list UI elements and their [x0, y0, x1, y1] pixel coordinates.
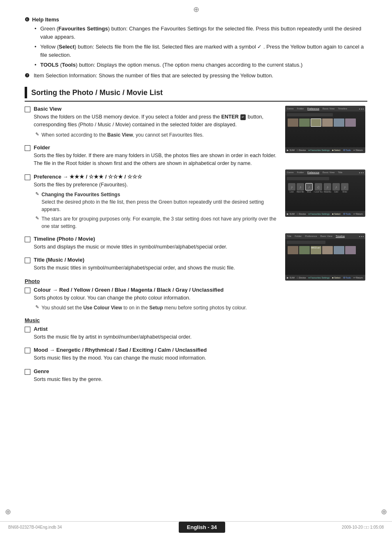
- item-genre: Genre Sorts music files by the genre.: [25, 368, 277, 383]
- ss-music-icon-1: ♪: [288, 183, 295, 190]
- colour-note-text: You should set the Use Colour View to on…: [42, 304, 247, 311]
- screenshots-column: Genre Folder Preference Basic View Timel…: [285, 106, 367, 389]
- ss-tab3-basic: Basic View: [321, 235, 332, 237]
- preference-desc: Sorts the files by preference (Favourite…: [34, 181, 277, 189]
- ss3-btn-fav: ● Favourites Settings: [308, 276, 330, 279]
- help-item7-text: Item Selection Information: Shows the nu…: [34, 72, 273, 80]
- ss-tl-photo-4: [334, 246, 344, 254]
- genre-title: Genre: [34, 368, 277, 374]
- heading-bar: [25, 87, 27, 98]
- screenshot-timeline: Title Folder Preference Basic View Timel…: [285, 233, 365, 281]
- title-music-content: Title (Music / Movie) Sorts the music ti…: [34, 257, 277, 272]
- checkbox-basic-view: [25, 107, 30, 112]
- genre-desc: Sorts music files by the genre.: [34, 376, 277, 383]
- preference-content: Preference → ★★★ / ☆★★ / ☆☆★ / ☆☆☆ Sorts…: [34, 174, 277, 230]
- ss-photo-3: [322, 118, 333, 127]
- basic-view-note: ✎ When sorted according to the Basic Vie…: [35, 131, 277, 139]
- timeline-content: Timeline (Photo / Movie) Sorts and displ…: [34, 236, 277, 251]
- ss3-btn-device: □ Device: [297, 276, 306, 279]
- ss3-btn-return: ↩ Return: [353, 276, 363, 279]
- ss-tl-photo-1: [288, 246, 298, 254]
- ss-topbar-1: Genre Folder Preference Basic View Timel…: [285, 106, 365, 111]
- ss-music-grid: ♪ Love ♪ Mark Me ♪ Wow: [287, 182, 364, 194]
- colour-desc: Sorts photos by colour. You can change t…: [34, 294, 277, 302]
- basic-view-note-text: When sorted according to the Basic View,…: [42, 131, 204, 139]
- checkbox-mood: [25, 348, 30, 353]
- ss-btn-fav: ● Favourites Settings: [308, 149, 330, 151]
- ss3-btn-tools: ⚙ Tools: [343, 276, 351, 279]
- ss-music-icon-5: ♪: [324, 183, 331, 190]
- ss-photo-1: [288, 118, 298, 127]
- music-heading: Music: [25, 317, 277, 323]
- ss-tl-photo-selected: ABCD.avi: [311, 246, 321, 254]
- basic-view-title: Basic View: [34, 106, 277, 112]
- bullet-favourites: Green (Favourites Settings) button: Chan…: [35, 25, 367, 41]
- ss-tl-photo-3: [322, 246, 333, 254]
- ss-photo-grid: [287, 118, 364, 128]
- item-colour: Colour → Red / Yellow / Green / Blue / M…: [25, 287, 277, 311]
- ss-tab3-pref: Preference: [305, 235, 317, 237]
- ss-music-label-6: Gold: [334, 191, 338, 193]
- artist-title: Artist: [34, 326, 277, 332]
- title-music-title: Title (Music / Movie): [34, 257, 277, 263]
- ss-photo-5: [345, 118, 356, 127]
- ss-topbar-3: Title Folder Preference Basic View Timel…: [285, 233, 365, 239]
- checkbox-colour: [25, 288, 30, 293]
- folder-desc: Sorts the files by folder. If there are …: [34, 152, 277, 168]
- ss3-btn-sum: ▶ SUM: [287, 276, 295, 279]
- preference-note1: ✎ Changing the Favourites Settings Selec…: [35, 191, 277, 213]
- ss-music-4: ♫ I Love You: [314, 183, 323, 193]
- ss-photo-selected: [311, 118, 321, 127]
- ss-btn-return: ↩ Return: [353, 149, 363, 151]
- section-title: Sorting the Photo / Music / Movie List: [31, 88, 163, 97]
- ss-music-3: ♪ Wow: [305, 183, 313, 193]
- help-item7-num: ❼: [25, 72, 31, 80]
- ss-bottombar-3: ▶ SUM □ Device ● Favourites Settings ■ S…: [285, 275, 365, 281]
- ss-music-icon-7: ♪: [341, 183, 348, 190]
- note-icon: ✎: [35, 132, 39, 137]
- timeline-desc: Sorts and displays the music or movie ti…: [34, 243, 277, 251]
- ss-content-2: ♪ Love ♪ Mark Me ♪ Wow: [285, 175, 365, 211]
- genre-content: Genre Sorts music files by the genre.: [34, 368, 277, 383]
- item-title-music: Title (Music / Movie) Sorts the music ti…: [25, 257, 277, 272]
- ss-tab2-title: Title: [338, 171, 342, 174]
- bullet-tools: TOOLS (Tools) button: Displays the optio…: [35, 61, 367, 69]
- ss-music-label-7: Shine: [342, 191, 347, 193]
- ss-tab2-basic: Basic View: [323, 171, 334, 174]
- ss-dots-1: • • •: [359, 107, 364, 110]
- help-item7: ❼ Item Selection Information: Shows the …: [25, 72, 367, 80]
- note-icon-colour: ✎: [35, 304, 39, 310]
- ss-music-label-2: Mark Me: [297, 191, 304, 193]
- screenshot-preference: Genre Folder Preference Basic View Title…: [285, 169, 365, 217]
- page-wrapper: ⊕ ❻ Help Items Green (Favourites Setting…: [0, 0, 392, 541]
- ss-tab-genre: Genre: [287, 107, 294, 110]
- ss2-btn-sum: ▶ SUM: [287, 213, 295, 215]
- photo-heading: Photo: [25, 278, 277, 284]
- ss-tab-folder: Folder: [297, 107, 304, 110]
- ss-tab2-folder: Folder: [297, 171, 304, 174]
- ss-btn-tools: ⚙ Tools: [343, 149, 351, 151]
- item-preference: Preference → ★★★ / ☆★★ / ☆☆★ / ☆☆☆ Sorts…: [25, 174, 277, 230]
- ss-tab-pref: Preference: [307, 107, 319, 110]
- ss-tab-timeline: Timeline: [338, 107, 347, 110]
- colour-content: Colour → Red / Yellow / Green / Blue / M…: [34, 287, 277, 311]
- mood-content: Mood → Energetic / Rhythmical / Sad / Ex…: [34, 347, 277, 362]
- ss-music-icon-3: ♪: [305, 183, 313, 190]
- colour-note: ✎ You should set the Use Colour View to …: [35, 304, 277, 311]
- ss-photo-4: [334, 118, 344, 127]
- preference-title: Preference → ★★★ / ☆★★ / ☆☆★ / ☆☆☆: [34, 174, 277, 180]
- checkbox-artist: [25, 327, 30, 332]
- ss-tab3-timeline: Timeline: [336, 235, 345, 238]
- ss-music-label-1: Love: [290, 191, 294, 193]
- title-music-desc: Sorts the music titles in symbol/number/…: [34, 264, 277, 272]
- ss3-btn-select: ■ Select: [332, 276, 340, 279]
- checkbox-timeline: [25, 237, 30, 242]
- ss-photo-2: [299, 118, 310, 127]
- ss-music-icon-6: ♪: [332, 183, 340, 190]
- artist-desc: Sorts the music file by artist in symbol…: [34, 333, 277, 341]
- preference-note2-text: The stars are for grouping purposes only…: [42, 215, 277, 230]
- ss-btn-device: □ Device: [297, 149, 306, 151]
- ss-music-label-5: Mabetha: [324, 191, 331, 193]
- ss-tl-photo-2: [299, 246, 310, 254]
- crosshair-br-icon: ⊕: [381, 507, 387, 516]
